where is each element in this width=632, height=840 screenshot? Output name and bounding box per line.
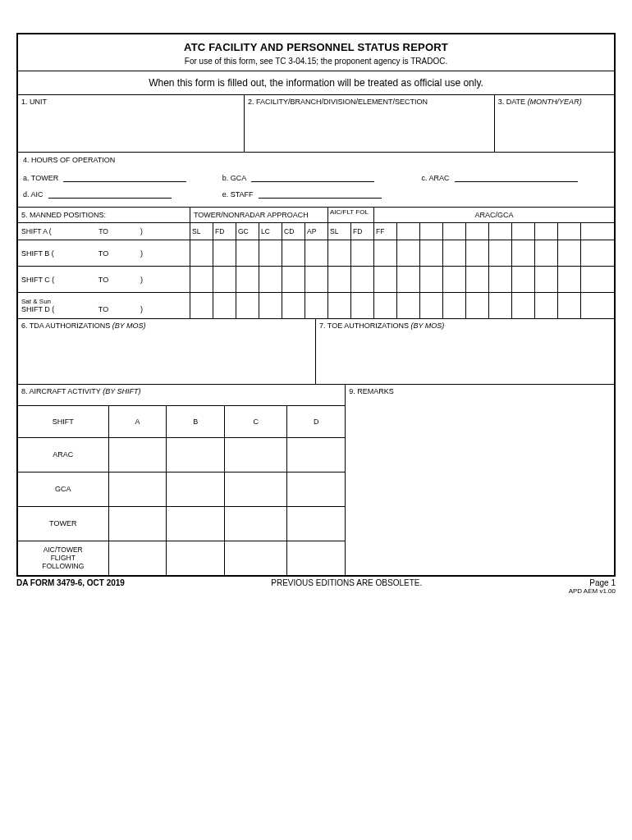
cell[interactable] xyxy=(351,240,374,266)
cell[interactable] xyxy=(374,240,397,266)
aictower-d[interactable] xyxy=(287,541,346,575)
page-number: Page 1 xyxy=(569,578,616,587)
tda-auth-field[interactable]: 6. TDA AUTHORIZATIONS (BY MOS) xyxy=(18,319,316,385)
cell[interactable] xyxy=(558,267,581,292)
cell[interactable] xyxy=(466,293,489,318)
gca-c[interactable] xyxy=(225,472,287,506)
cell[interactable] xyxy=(489,240,512,266)
tower-input[interactable] xyxy=(63,172,186,182)
cell[interactable] xyxy=(397,240,420,266)
aictower-b[interactable] xyxy=(167,541,225,575)
tower-b[interactable] xyxy=(167,506,225,541)
cell[interactable] xyxy=(443,293,466,318)
cell[interactable] xyxy=(489,267,512,292)
cell[interactable] xyxy=(190,267,213,292)
cell[interactable] xyxy=(282,293,305,318)
col-blank-5[interactable] xyxy=(489,223,512,240)
cell[interactable] xyxy=(581,293,614,318)
cell[interactable] xyxy=(443,267,466,292)
date-field[interactable]: 3. DATE (MONTH/YEAR) xyxy=(495,95,614,153)
col-ff: FF xyxy=(374,223,397,240)
cell[interactable] xyxy=(236,293,259,318)
unit-field[interactable]: 1. UNIT xyxy=(18,95,245,153)
cell[interactable] xyxy=(236,267,259,292)
cell[interactable] xyxy=(581,267,614,292)
cell[interactable] xyxy=(512,293,535,318)
staff-group: e. STAFF xyxy=(222,189,422,199)
cell[interactable] xyxy=(282,267,305,292)
cell[interactable] xyxy=(328,240,351,266)
arac-c[interactable] xyxy=(225,437,287,472)
cell[interactable] xyxy=(420,267,443,292)
remarks-field[interactable]: 9. REMARKS xyxy=(346,385,614,575)
toe-auth-field[interactable]: 7. TOE AUTHORIZATIONS (BY MOS) xyxy=(316,319,614,385)
cell[interactable] xyxy=(190,293,213,318)
cell[interactable] xyxy=(236,240,259,266)
col-blank-2[interactable] xyxy=(420,223,443,240)
aictower-a[interactable] xyxy=(108,541,167,575)
cell[interactable] xyxy=(535,267,558,292)
tower-a[interactable] xyxy=(108,506,167,541)
cell[interactable] xyxy=(512,267,535,292)
arac-a[interactable] xyxy=(108,437,167,472)
cell[interactable] xyxy=(397,293,420,318)
col-blank-3[interactable] xyxy=(443,223,466,240)
gca-label: b. GCA xyxy=(222,174,247,182)
cell[interactable] xyxy=(466,267,489,292)
cell[interactable] xyxy=(282,240,305,266)
cell[interactable] xyxy=(420,240,443,266)
cell[interactable] xyxy=(443,240,466,266)
col-blank-1[interactable] xyxy=(397,223,420,240)
form-number: DA FORM 3479-6, OCT 2019 xyxy=(16,578,125,587)
cell[interactable] xyxy=(305,267,328,292)
arac-b[interactable] xyxy=(167,437,225,472)
cell[interactable] xyxy=(190,240,213,266)
col-blank-4[interactable] xyxy=(466,223,489,240)
cell[interactable] xyxy=(351,293,374,318)
tower-c[interactable] xyxy=(225,506,287,541)
gca-b[interactable] xyxy=(167,472,225,506)
cell[interactable] xyxy=(535,240,558,266)
cell[interactable] xyxy=(420,293,443,318)
cell[interactable] xyxy=(213,267,236,292)
cell[interactable] xyxy=(466,240,489,266)
cell[interactable] xyxy=(351,267,374,292)
aic-input[interactable] xyxy=(48,189,172,199)
col-blank-6[interactable] xyxy=(512,223,535,240)
cell[interactable] xyxy=(259,240,282,266)
tower-label: a. TOWER xyxy=(23,174,58,182)
cell[interactable] xyxy=(305,293,328,318)
cell[interactable] xyxy=(259,267,282,292)
gca-a[interactable] xyxy=(108,472,167,506)
shift-b-name: SHIFT B ( xyxy=(21,249,66,258)
cell[interactable] xyxy=(558,240,581,266)
page-footer: DA FORM 3479-6, OCT 2019 PREVIOUS EDITIO… xyxy=(16,578,616,595)
cell[interactable] xyxy=(213,293,236,318)
arac-d[interactable] xyxy=(287,437,346,472)
arac-input[interactable] xyxy=(455,172,578,182)
gca-d[interactable] xyxy=(287,472,346,506)
tower-d[interactable] xyxy=(287,506,346,541)
cell[interactable] xyxy=(328,267,351,292)
cell[interactable] xyxy=(558,293,581,318)
col-b: B xyxy=(167,406,225,437)
cell[interactable] xyxy=(305,240,328,266)
cell[interactable] xyxy=(374,293,397,318)
staff-label: e. STAFF xyxy=(222,190,254,199)
cell[interactable] xyxy=(581,240,614,266)
cell[interactable] xyxy=(535,293,558,318)
cell[interactable] xyxy=(259,293,282,318)
col-blank-7[interactable] xyxy=(535,223,558,240)
cell[interactable] xyxy=(512,240,535,266)
cell[interactable] xyxy=(374,267,397,292)
cell[interactable] xyxy=(328,293,351,318)
col-blank-9[interactable] xyxy=(581,223,614,240)
col-blank-8[interactable] xyxy=(558,223,581,240)
cell[interactable] xyxy=(213,240,236,266)
aictower-c[interactable] xyxy=(225,541,287,575)
gca-input[interactable] xyxy=(251,172,374,182)
facility-field[interactable]: 2. FACILITY/BRANCH/DIVISION/ELEMENT/SECT… xyxy=(245,95,495,153)
cell[interactable] xyxy=(489,293,512,318)
cell[interactable] xyxy=(397,267,420,292)
staff-input[interactable] xyxy=(259,189,382,199)
